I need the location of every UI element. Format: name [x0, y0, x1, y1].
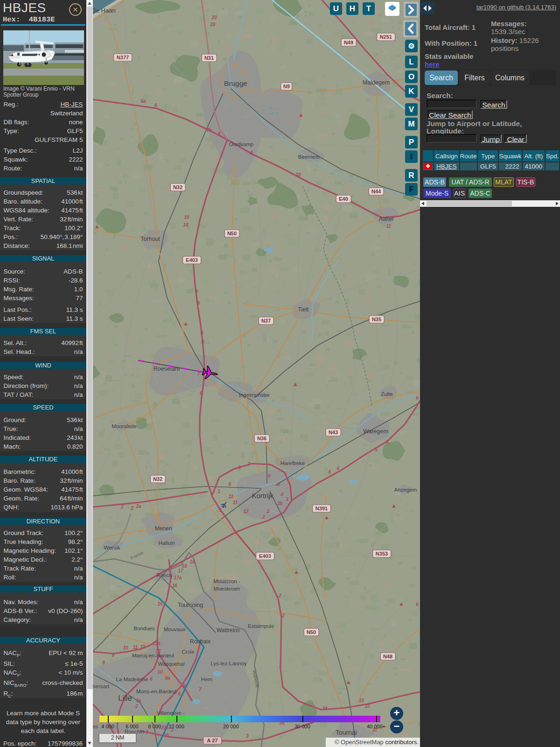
svg-text:2: 2	[278, 593, 281, 598]
svg-text:17a: 17a	[174, 575, 182, 580]
svg-text:8: 8	[238, 465, 241, 470]
svg-text:Anzegem: Anzegem	[394, 487, 417, 493]
svg-text:8: 8	[201, 339, 204, 345]
svg-text:Estaimpuis: Estaimpuis	[248, 623, 274, 629]
svg-text:N353: N353	[376, 551, 388, 557]
svg-text:5: 5	[277, 482, 280, 487]
svg-text:7: 7	[247, 462, 250, 467]
svg-text:9: 9	[183, 684, 186, 689]
svg-text:N32: N32	[173, 184, 182, 190]
svg-text:6: 6	[150, 677, 153, 682]
svg-text:2: 2	[266, 509, 269, 514]
svg-text:N37: N37	[261, 318, 271, 324]
svg-text:Ingelmunster: Ingelmunster	[239, 392, 270, 398]
svg-text:N36: N36	[257, 436, 266, 441]
svg-text:1: 1	[146, 729, 148, 734]
svg-text:6a: 6a	[140, 99, 146, 104]
svg-text:11: 11	[140, 644, 146, 649]
svg-text:17: 17	[178, 568, 183, 573]
svg-text:9: 9	[195, 289, 198, 294]
svg-text:Roncq: Roncq	[156, 572, 172, 578]
svg-text:4: 4	[280, 492, 283, 497]
svg-text:Waregem: Waregem	[363, 428, 388, 435]
svg-text:Beernem: Beernem	[298, 154, 320, 160]
svg-text:Croix: Croix	[182, 649, 195, 655]
svg-text:11: 11	[386, 224, 392, 229]
svg-text:Mouscron -: Mouscron -	[213, 578, 240, 584]
svg-text:2b: 2b	[163, 733, 169, 738]
svg-text:Aalter: Aalter	[379, 216, 394, 222]
svg-text:E403: E403	[259, 553, 271, 559]
svg-text:4: 4	[336, 466, 339, 471]
svg-text:6: 6	[268, 473, 271, 479]
svg-text:Roeselare: Roeselare	[154, 366, 180, 372]
svg-text:9a: 9a	[165, 676, 170, 681]
svg-text:20: 20	[211, 15, 217, 20]
svg-text:34: 34	[322, 706, 328, 711]
svg-text:Tourcoing: Tourcoing	[178, 602, 203, 608]
svg-text:E40: E40	[339, 196, 348, 202]
svg-text:2a: 2a	[135, 504, 141, 509]
svg-text:N251: N251	[380, 34, 392, 40]
svg-text:Wervik: Wervik	[104, 545, 120, 550]
svg-text:N31: N31	[204, 55, 214, 61]
svg-text:2: 2	[281, 613, 285, 618]
svg-text:9: 9	[250, 150, 253, 155]
svg-text:Lys-lez-Lannoy: Lys-lez-Lannoy	[210, 661, 247, 666]
svg-text:7: 7	[199, 687, 202, 692]
svg-text:Roubaix: Roubaix	[190, 638, 210, 645]
svg-text:N9: N9	[283, 84, 290, 89]
svg-text:N50: N50	[307, 629, 316, 635]
svg-text:11: 11	[133, 645, 138, 650]
svg-text:Wattrelos: Wattrelos	[217, 627, 240, 634]
svg-text:N35: N35	[372, 317, 381, 322]
svg-text:13b: 13b	[152, 641, 160, 646]
svg-text:9: 9	[112, 653, 114, 658]
svg-text:Moeskroen: Moeskroen	[214, 586, 240, 592]
svg-text:16: 16	[172, 583, 177, 588]
svg-text:Tielt: Tielt	[298, 306, 309, 313]
svg-text:3b: 3b	[277, 501, 283, 506]
svg-text:N32: N32	[153, 476, 162, 482]
svg-text:Halluin: Halluin	[158, 540, 175, 546]
svg-text:10: 10	[157, 669, 163, 675]
svg-text:18: 18	[189, 559, 195, 564]
svg-text:6: 6	[154, 103, 157, 108]
svg-text:10: 10	[183, 222, 189, 227]
svg-text:Marcq-en-Barœul: Marcq-en-Barœul	[132, 653, 174, 658]
svg-text:N48: N48	[383, 654, 392, 659]
svg-text:Maldegem: Maldegem	[363, 79, 390, 86]
svg-text:33: 33	[358, 698, 364, 703]
svg-text:Zulte: Zulte	[381, 391, 393, 397]
svg-text:5: 5	[386, 439, 389, 444]
svg-text:10: 10	[184, 215, 189, 220]
svg-text:11: 11	[229, 494, 234, 499]
svg-text:18: 18	[182, 564, 187, 569]
svg-text:Moorslede: Moorslede	[112, 423, 137, 429]
svg-text:Hem: Hem	[201, 677, 212, 682]
svg-text:De Haan: De Haan	[93, 7, 116, 14]
svg-text:3a: 3a	[136, 698, 141, 703]
svg-text:Harelbeke: Harelbeke	[280, 460, 305, 466]
svg-text:3: 3	[246, 733, 249, 739]
svg-text:Mouvaux: Mouvaux	[164, 627, 186, 632]
svg-text:15: 15	[157, 601, 163, 606]
svg-text:2: 2	[135, 704, 138, 709]
svg-text:9: 9	[228, 482, 231, 487]
svg-text:6: 6	[178, 691, 181, 697]
svg-text:4: 4	[328, 469, 331, 474]
svg-text:N44: N44	[371, 189, 381, 194]
svg-text:11: 11	[233, 500, 238, 505]
svg-text:Menen: Menen	[155, 525, 172, 532]
svg-text:Wasquehal: Wasquehal	[158, 661, 184, 667]
svg-text:A 27: A 27	[207, 738, 218, 743]
svg-text:10: 10	[123, 645, 128, 650]
svg-text:10: 10	[295, 172, 301, 177]
svg-text:N377: N377	[117, 55, 129, 60]
svg-text:Lille: Lille	[118, 694, 132, 702]
svg-text:Oostkamp: Oostkamp	[229, 141, 253, 147]
svg-text:7b: 7b	[206, 127, 212, 133]
svg-text:Kortrijk: Kortrijk	[252, 492, 274, 500]
svg-text:8: 8	[218, 131, 221, 136]
svg-text:33: 33	[364, 704, 370, 709]
